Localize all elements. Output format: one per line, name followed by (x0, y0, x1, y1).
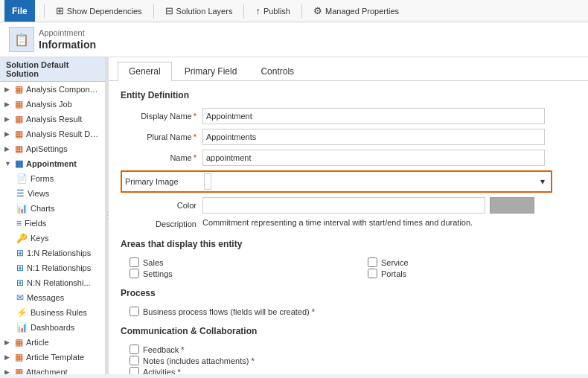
entity-icon: ▦ (15, 129, 23, 139)
sidebar-item-views[interactable]: ☰ Views (0, 186, 105, 201)
areas-right: Service Portals (368, 257, 576, 279)
entity-definition-title: Entity Definition (121, 90, 576, 100)
feedback-checkbox[interactable] (130, 345, 139, 354)
areas-left: Sales Settings (130, 257, 338, 279)
tab-general[interactable]: General (118, 62, 172, 81)
sidebar-item-messages[interactable]: ✉ Messages (0, 290, 105, 305)
dashboards-icon: 📊 (16, 322, 28, 333)
plural-name-label: Plural Name* (121, 132, 202, 141)
sidebar-item-label: Messages (27, 293, 100, 302)
settings-checkbox[interactable] (130, 269, 139, 278)
solution-layers-button[interactable]: ⊟ Solution Layers (159, 2, 240, 19)
primary-image-row: Primary Image (121, 170, 552, 193)
settings-label: Settings (143, 269, 173, 278)
color-label: Color (121, 201, 202, 210)
feedback-label: Feedback * (143, 345, 185, 354)
display-name-label: Display Name* (121, 112, 202, 121)
display-name-input[interactable] (202, 108, 545, 124)
sidebar-item-article[interactable]: ▶ ▦ Article (0, 335, 105, 350)
sidebar-item-label: Analysis Result Detail (26, 129, 100, 138)
display-name-row: Display Name* (121, 108, 576, 124)
toolbar-separator3 (243, 4, 244, 18)
page-header: 📋 Appointment Information (0, 22, 588, 57)
messages-icon: ✉ (16, 292, 24, 303)
sidebar-item-business-rules[interactable]: ⚡ Business Rules (0, 305, 105, 320)
expander-icon: ▼ (4, 160, 12, 167)
show-dependencies-button[interactable]: ⊞ Show Dependencies (49, 2, 149, 19)
fields-icon: ≡ (16, 218, 22, 228)
sidebar-item-label: Analysis Compone... (26, 85, 100, 94)
views-icon: ☰ (16, 188, 25, 199)
checkbox-portals: Portals (368, 268, 576, 279)
sidebar-item-label: ApiSettings (26, 144, 100, 153)
sidebar-item-n1-relationships[interactable]: ⊞ N:1 Relationships (0, 260, 105, 275)
sidebar-item-label: Forms (31, 174, 100, 183)
entity-icon: ▦ (15, 337, 23, 347)
service-checkbox[interactable] (368, 257, 377, 267)
entity-icon: 📋 (9, 27, 34, 52)
checkbox-feedback: Feedback * (130, 344, 576, 355)
process-section-title: Process (121, 288, 576, 298)
tab-primary-field[interactable]: Primary Field (173, 62, 249, 80)
checkbox-business-process-flows: Business process flows (fields will be c… (130, 306, 576, 317)
sidebar-item-label: N:N Relationshi... (27, 278, 100, 287)
business-process-flows-checkbox[interactable] (130, 307, 139, 316)
areas-section-title: Areas that display this entity (121, 239, 576, 249)
notes-checkbox[interactable] (130, 356, 139, 365)
publish-button[interactable]: ↑ Publish (249, 2, 297, 19)
page-title: Information (39, 38, 96, 51)
checkbox-notes: Notes (includes attachments) * (130, 355, 576, 366)
entity-icon: ▦ (15, 84, 23, 94)
color-input[interactable] (202, 197, 485, 214)
portals-checkbox[interactable] (368, 269, 377, 278)
primary-image-select[interactable] (204, 173, 211, 190)
color-swatch[interactable] (490, 197, 534, 214)
name-input[interactable] (202, 150, 545, 166)
sidebar-item-analysis-result-detail[interactable]: ▶ ▦ Analysis Result Detail (0, 126, 105, 141)
toolbar-separator4 (301, 4, 302, 18)
tabs-bar: General Primary Field Controls (109, 57, 588, 81)
sidebar-item-charts[interactable]: 📊 Charts (0, 201, 105, 216)
sidebar-item-label: Fields (25, 219, 100, 228)
forms-icon: 📄 (16, 173, 28, 184)
sidebar-item-label: Appointment (26, 159, 100, 168)
portals-label: Portals (381, 269, 406, 278)
comm-section-title: Communication & Collaboration (121, 326, 576, 336)
sidebar-item-fields[interactable]: ≡ Fields (0, 216, 105, 231)
managed-properties-button[interactable]: ⚙ Managed Properties (307, 2, 406, 19)
expander-icon: ▶ (4, 368, 12, 374)
sidebar-item-analysis-result[interactable]: ▶ ▦ Analysis Result (0, 112, 105, 126)
expander-icon: ▶ (4, 339, 12, 346)
description-value: Commitment representing a time interval … (202, 218, 576, 227)
sidebar-item-analysis-job[interactable]: ▶ ▦ Analysis Job (0, 97, 105, 112)
sidebar-item-label: Article Template (26, 353, 100, 362)
toolbar: File ⊞ Show Dependencies ⊟ Solution Laye… (0, 0, 588, 22)
sidebar-item-1n-relationships[interactable]: ⊞ 1:N Relationships (0, 246, 105, 260)
sidebar-item-label: Views (28, 189, 100, 198)
sales-checkbox[interactable] (130, 257, 139, 267)
sidebar-item-label: Charts (31, 204, 100, 213)
sidebar-item-dashboards[interactable]: 📊 Dashboards (0, 320, 105, 335)
entity-icon: ▦ (15, 99, 23, 109)
file-button[interactable]: File (4, 0, 35, 22)
primary-image-label: Primary Image (125, 177, 204, 186)
color-row: Color (121, 197, 576, 214)
plural-name-input[interactable] (202, 129, 545, 145)
entity-icon: ▦ (15, 144, 23, 154)
sidebar-item-attachment[interactable]: ▶ ▦ Attachment (0, 365, 105, 374)
sidebar-item-api-settings[interactable]: ▶ ▦ ApiSettings (0, 141, 105, 156)
sidebar-item-label: Dashboards (31, 323, 100, 332)
sidebar-item-nn-relationships[interactable]: ⊞ N:N Relationshi... (0, 275, 105, 290)
sidebar-item-analysis-component[interactable]: ▶ ▦ Analysis Compone... (0, 82, 105, 97)
business-process-flows-label: Business process flows (fields will be c… (143, 307, 315, 316)
sidebar-item-keys[interactable]: 🔑 Keys (0, 231, 105, 246)
activities-checkbox[interactable] (130, 367, 139, 374)
expander-icon: ▶ (4, 145, 12, 153)
sidebar-item-article-template[interactable]: ▶ ▦ Article Template (0, 350, 105, 365)
process-section: Process Business process flows (fields w… (121, 288, 576, 317)
sidebar-item-forms[interactable]: 📄 Forms (0, 171, 105, 186)
tab-controls[interactable]: Controls (249, 62, 305, 80)
sidebar-item-label: 1:N Relationships (27, 249, 100, 257)
sidebar-item-appointment[interactable]: ▼ ▦ Appointment (0, 156, 105, 171)
primary-image-select-wrapper (204, 173, 548, 190)
